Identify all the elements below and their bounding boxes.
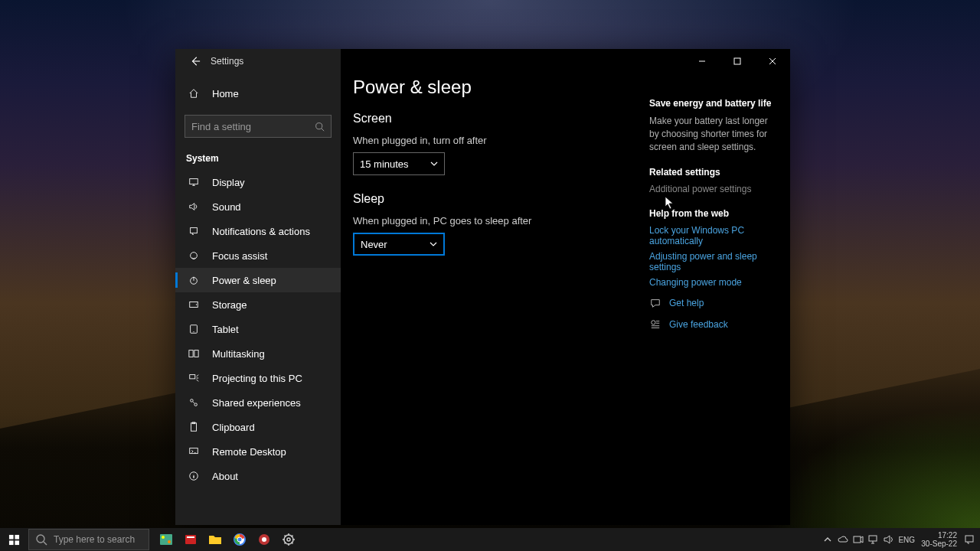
energy-text: Make your battery last longer by choosin… — [649, 115, 779, 153]
tray-clock[interactable]: 17:22 30-Sep-22 — [916, 531, 962, 548]
nav-list: DisplaySoundNotifications & actionsFocus… — [175, 170, 341, 525]
desktop-wallpaper-grass — [766, 406, 980, 528]
chrome-icon — [234, 533, 246, 546]
screen-timeout-dropdown[interactable]: 15 minutes — [353, 152, 445, 175]
svg-rect-21 — [15, 534, 19, 539]
home-button[interactable]: Home — [175, 78, 341, 109]
nav-item-storage[interactable]: Storage — [175, 292, 341, 317]
nav-item-multitasking[interactable]: Multitasking — [175, 341, 341, 366]
taskbar: Type here to search ENG 17:22 30-Sep-22 — [0, 528, 980, 551]
sleep-label: When plugged in, PC goes to sleep after — [353, 215, 637, 227]
gear-icon — [283, 533, 295, 546]
svg-point-13 — [194, 403, 198, 406]
storage-icon — [186, 297, 201, 312]
taskbar-app[interactable] — [253, 528, 276, 551]
category-header: System — [175, 144, 341, 170]
nav-item-label: Remote Desktop — [212, 446, 286, 458]
svg-point-37 — [287, 538, 290, 541]
tray-notifications-icon[interactable] — [962, 530, 977, 549]
svg-rect-22 — [8, 540, 13, 545]
screen-heading: Screen — [353, 112, 637, 126]
svg-rect-23 — [15, 540, 19, 545]
nav-item-shared[interactable]: Shared experiences — [175, 390, 341, 415]
nav-item-sound[interactable]: Sound — [175, 194, 341, 219]
minimize-button[interactable] — [684, 49, 720, 73]
tray-chevron-up[interactable] — [820, 530, 835, 549]
notifications-icon — [186, 223, 201, 239]
remote-icon — [186, 444, 201, 459]
nav-item-focus[interactable]: Focus assist — [175, 243, 341, 268]
taskbar-search-placeholder: Type here to search — [54, 534, 135, 545]
webhelp-link[interactable]: Lock your Windows PC automatically — [649, 225, 779, 246]
nav-item-label: Power & sleep — [212, 275, 276, 286]
content-area: Power & sleep Screen When plugged in, tu… — [353, 77, 637, 525]
sleep-heading: Sleep — [353, 192, 637, 206]
maximize-button[interactable] — [720, 49, 755, 73]
nav-item-clipboard[interactable]: Clipboard — [175, 415, 341, 439]
taskbar-apps — [154, 528, 301, 551]
close-button[interactable] — [755, 49, 790, 73]
nav-item-remote[interactable]: Remote Desktop — [175, 439, 341, 464]
additional-power-settings-link[interactable]: Additional power settings — [649, 184, 779, 194]
screen-timeout-value: 15 minutes — [360, 158, 409, 170]
page-title: Power & sleep — [353, 77, 637, 98]
related-title: Related settings — [649, 167, 779, 178]
get-help-link[interactable]: Get help — [669, 298, 704, 308]
tray-meet-now-icon[interactable] — [851, 530, 866, 549]
nav-item-tablet[interactable]: Tablet — [175, 317, 341, 341]
system-tray: ENG 17:22 30-Sep-22 — [820, 530, 980, 549]
webhelp-link[interactable]: Adjusting power and sleep settings — [649, 251, 779, 272]
nav-item-label: Multitasking — [212, 348, 265, 360]
nav-item-label: Notifications & actions — [212, 226, 310, 237]
give-feedback-row[interactable]: Give feedback — [649, 318, 779, 331]
taskbar-pinned-app[interactable] — [155, 528, 178, 551]
home-icon — [186, 86, 201, 101]
sidebar: Settings Home Find a setting System Disp… — [175, 49, 341, 525]
svg-rect-18 — [734, 58, 740, 64]
nav-item-about[interactable]: About — [175, 464, 341, 488]
taskbar-search[interactable]: Type here to search — [28, 529, 149, 550]
energy-title: Save energy and battery life — [649, 98, 779, 109]
tray-onedrive-icon[interactable] — [835, 530, 851, 549]
taskbar-pinned-app[interactable] — [179, 528, 202, 551]
start-button[interactable] — [0, 528, 28, 551]
svg-point-19 — [652, 321, 655, 324]
sleep-timeout-dropdown[interactable]: Never — [353, 233, 445, 256]
file-explorer-button[interactable] — [204, 528, 227, 551]
window-title: Settings — [211, 56, 243, 67]
get-help-row[interactable]: Get help — [649, 297, 779, 309]
tray-language[interactable]: ENG — [897, 530, 916, 549]
svg-point-35 — [262, 537, 266, 542]
chevron-down-icon — [430, 160, 438, 168]
svg-rect-38 — [854, 536, 861, 543]
settings-taskbar-button[interactable] — [277, 528, 300, 551]
chrome-button[interactable] — [228, 528, 251, 551]
nav-item-display[interactable]: Display — [175, 170, 341, 194]
svg-rect-11 — [190, 375, 195, 379]
tray-volume-icon[interactable] — [881, 530, 897, 549]
nav-item-power[interactable]: Power & sleep — [175, 268, 341, 292]
svg-rect-28 — [185, 535, 196, 544]
svg-rect-14 — [191, 423, 197, 432]
nav-item-notifications[interactable]: Notifications & actions — [175, 219, 341, 243]
sleep-timeout-value: Never — [361, 239, 387, 250]
about-icon — [186, 468, 201, 484]
tray-time: 17:22 — [921, 531, 957, 540]
nav-item-projecting[interactable]: Projecting to this PC — [175, 366, 341, 390]
shared-icon — [186, 395, 201, 410]
nav-item-label: Tablet — [212, 324, 239, 335]
svg-rect-2 — [191, 228, 198, 233]
svg-point-12 — [191, 399, 194, 403]
projecting-icon — [186, 370, 201, 386]
multitasking-icon — [186, 346, 201, 361]
back-button[interactable] — [185, 51, 206, 72]
give-feedback-link[interactable]: Give feedback — [669, 319, 728, 330]
search-input[interactable]: Find a setting — [185, 115, 332, 138]
tray-network-icon[interactable] — [866, 530, 881, 549]
feedback-icon — [649, 318, 662, 331]
svg-rect-40 — [965, 536, 973, 542]
svg-point-3 — [191, 253, 198, 259]
titlebar: Settings — [175, 49, 341, 73]
svg-rect-1 — [190, 179, 198, 184]
webhelp-link[interactable]: Changing power mode — [649, 277, 779, 288]
